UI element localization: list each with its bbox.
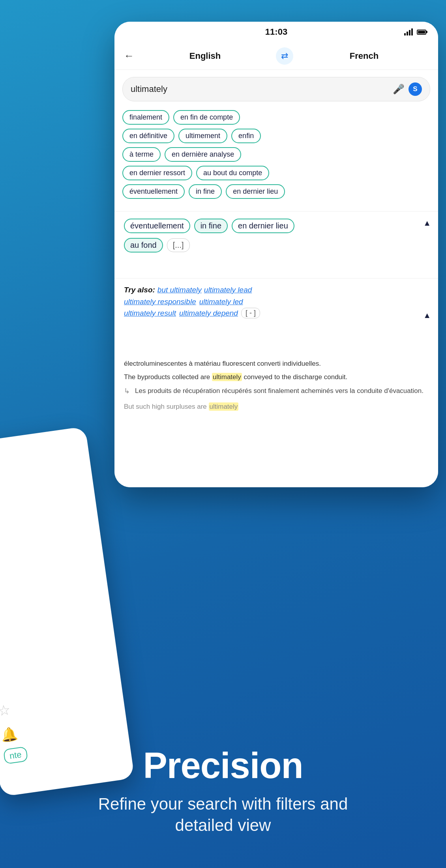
marketing-section: Precision Refine your search with filter… bbox=[0, 560, 446, 868]
exp-chip-in-fine[interactable]: in fine bbox=[194, 219, 228, 233]
try-also-section: Try also: but ultimately ultimately lead… bbox=[114, 278, 438, 326]
battery-icon bbox=[417, 30, 426, 35]
chip-au-bout-du-compte[interactable]: au bout du compte bbox=[196, 166, 269, 180]
translation-sentence-1: Les produits de récupération récupérés s… bbox=[124, 386, 429, 396]
exp-chip-eventuellement[interactable]: éventuellement bbox=[124, 219, 190, 233]
signal-bar-2 bbox=[407, 32, 408, 36]
status-bar: 11:03 bbox=[114, 22, 438, 42]
search-input[interactable]: ultimately bbox=[131, 84, 389, 94]
chip-in-fine[interactable]: in fine bbox=[189, 184, 222, 199]
exp-chip-en-dernier-lieu[interactable]: en dernier lieu bbox=[232, 219, 294, 233]
chip-en-dernier-lieu[interactable]: en dernier lieu bbox=[226, 184, 285, 199]
app-header: ← English ⇄ French bbox=[114, 42, 438, 70]
example-1-pre: The byproducts collected are bbox=[124, 373, 212, 381]
example-1-highlight: ultimately bbox=[212, 373, 242, 381]
second-phone-content: ☆ 🔔 bbox=[0, 427, 94, 509]
microphone-icon[interactable]: 🎤 bbox=[393, 84, 405, 95]
precision-subtitle: Refine your search with filters and deta… bbox=[85, 793, 361, 836]
signal-bar-3 bbox=[409, 30, 410, 36]
translation-row-1: finalement en fin de compte bbox=[122, 110, 430, 125]
swap-icon: ⇄ bbox=[281, 51, 288, 61]
example-sentence-1: The byproducts collected are ultimately … bbox=[124, 372, 429, 382]
chip-en-derniere-analyse[interactable]: en dernière analyse bbox=[165, 147, 241, 162]
try-link-ultimately-led[interactable]: ultimately led bbox=[199, 297, 243, 306]
faded-sentence-2: But such high surpluses are ultimately bbox=[124, 402, 429, 412]
chip-eventuellement[interactable]: éventuellement bbox=[122, 184, 185, 199]
translation-row-2: en définitive ultimement enfin bbox=[122, 129, 430, 143]
translation-row-4: en dernier ressort au bout du compte bbox=[122, 166, 430, 180]
lang-from-label[interactable]: English bbox=[141, 51, 270, 61]
signal-icon bbox=[404, 28, 413, 36]
expanded-chip-row-1: éventuellement in fine en dernier lieu bbox=[124, 219, 429, 233]
try-also-line-2: ultimately responsible ultimately led bbox=[124, 297, 429, 306]
try-also-line-1: Try also: but ultimately ultimately lead bbox=[124, 286, 429, 294]
chip-a-terme[interactable]: à terme bbox=[122, 147, 161, 162]
speaker-icon-1: 🔔 bbox=[0, 464, 84, 496]
try-also-label: Try also: bbox=[124, 286, 155, 294]
french-partial-sentence: électroluminescentes à matériau fluoresc… bbox=[124, 359, 429, 369]
battery-fill bbox=[418, 31, 425, 34]
status-time: 11:03 bbox=[265, 27, 287, 37]
try-link-ultimately-lead[interactable]: ultimately lead bbox=[204, 286, 252, 294]
swap-language-button[interactable]: ⇄ bbox=[276, 47, 293, 65]
try-also-dash-button[interactable]: [ - ] bbox=[241, 308, 260, 318]
try-link-but-ultimately[interactable]: but ultimately bbox=[157, 286, 202, 294]
faded-highlight: ultimately bbox=[209, 402, 239, 411]
chip-en-fin-de-compte[interactable]: en fin de compte bbox=[173, 110, 240, 125]
collapse-expanded-button[interactable]: ▲ bbox=[423, 219, 431, 228]
signal-bar-1 bbox=[404, 33, 406, 36]
try-link-ultimately-responsible[interactable]: ultimately responsible bbox=[124, 297, 196, 306]
precision-title: Precision bbox=[143, 745, 303, 786]
back-button[interactable]: ← bbox=[124, 50, 134, 62]
faded-pre: But such high surpluses are bbox=[124, 403, 209, 410]
translation-row-3: à terme en dernière analyse bbox=[122, 147, 430, 162]
chip-en-dernier-ressort[interactable]: en dernier ressort bbox=[122, 166, 192, 180]
collapse-try-also-button[interactable]: ▲ bbox=[423, 311, 431, 320]
signal-bar-4 bbox=[411, 28, 413, 36]
translations-area: finalement en fin de compte en définitiv… bbox=[114, 105, 438, 208]
chip-finalement[interactable]: finalement bbox=[122, 110, 169, 125]
reverso-logo-button[interactable]: S bbox=[409, 82, 422, 96]
chip-ultimement[interactable]: ultimement bbox=[178, 129, 227, 143]
try-link-ultimately-result[interactable]: ultimately result bbox=[124, 309, 176, 318]
expanded-chip-row-2: au fond [...] bbox=[124, 238, 429, 253]
status-icons bbox=[404, 28, 426, 36]
try-link-ultimately-depend[interactable]: ultimately depend bbox=[179, 309, 238, 318]
expanded-panel: éventuellement in fine en dernier lieu a… bbox=[114, 211, 438, 263]
exp-chip-ellipsis[interactable]: [...] bbox=[167, 238, 190, 252]
lang-to-label[interactable]: French bbox=[300, 51, 429, 61]
search-bar[interactable]: ultimately 🎤 S bbox=[122, 77, 430, 101]
reverso-logo-label: S bbox=[413, 85, 417, 93]
exp-chip-au-fond[interactable]: au fond bbox=[124, 238, 163, 253]
phone-mockup: 11:03 ← English ⇄ French ultimately 🎤 S bbox=[114, 22, 438, 487]
examples-area: électroluminescentes à matériau fluoresc… bbox=[114, 353, 438, 487]
try-also-line-3: ultimately result ultimately depend [ - … bbox=[124, 308, 429, 318]
translation-row-5: éventuellement in fine en dernier lieu bbox=[122, 184, 430, 199]
chip-enfin[interactable]: enfin bbox=[231, 129, 261, 143]
chip-en-definitive[interactable]: en définitive bbox=[122, 129, 174, 143]
example-1-post: conveyed to the discharge conduit. bbox=[242, 373, 347, 381]
